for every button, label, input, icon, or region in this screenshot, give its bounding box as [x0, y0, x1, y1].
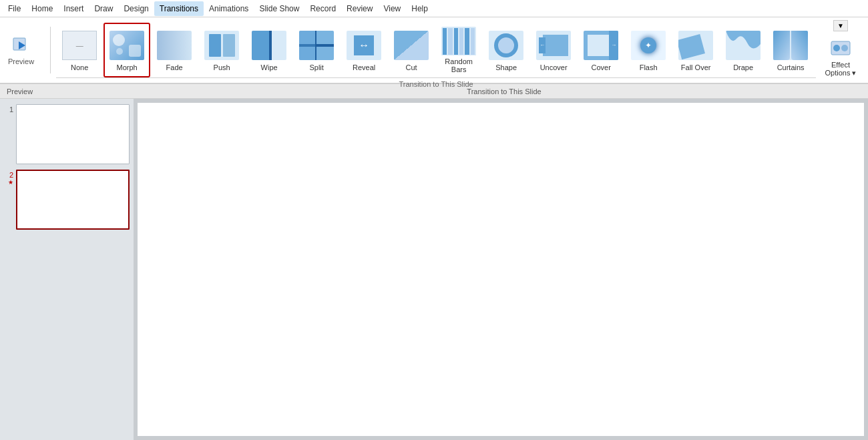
split-icon-area [298, 29, 335, 61]
transition-cut-label: Cut [406, 63, 417, 71]
menu-insert[interactable]: Insert [58, 1, 89, 16]
menu-help[interactable]: Help [406, 1, 433, 16]
ribbon-divider-1 [50, 27, 51, 73]
transition-random-bars[interactable]: Random Bars [435, 23, 482, 77]
transition-push[interactable]: Push [198, 23, 245, 77]
none-icon-area: — [61, 29, 98, 61]
push-icon-area [203, 29, 240, 61]
effect-options-icon [830, 39, 851, 61]
transition-morph-label: Morph [117, 63, 138, 71]
ribbon-right-controls: ▼ EffectOptions ▾ [817, 20, 864, 80]
slide-canvas [138, 103, 864, 436]
transition-cover[interactable]: → Cover [578, 23, 624, 77]
slide-star-2: ★ [8, 179, 13, 186]
transition-morph[interactable]: Morph [103, 23, 150, 77]
fall-over-icon-area [677, 29, 714, 61]
transition-push-label: Push [214, 63, 230, 71]
main-content: 1 2 ★ [0, 99, 868, 440]
curtains-icon-area [772, 29, 809, 61]
transition-wipe[interactable]: Wipe [246, 23, 292, 77]
transition-drape[interactable]: Drape [720, 23, 767, 77]
preview-icon [11, 35, 32, 56]
shape-icon-area [487, 29, 525, 61]
fade-icon-area [156, 29, 193, 61]
transition-wipe-label: Wipe [261, 63, 278, 71]
transition-curtains-label: Curtains [777, 63, 805, 71]
transition-flash-label: Flash [640, 63, 658, 71]
reveal-icon-area: ↔ [345, 29, 383, 61]
effect-options-label: EffectOptions ▾ [825, 61, 857, 77]
effect-options-button[interactable]: EffectOptions ▾ [817, 36, 864, 80]
slide-item-1[interactable]: 1 [4, 104, 130, 164]
wipe-icon-area [250, 29, 288, 61]
uncover-icon-area: ← [535, 29, 572, 61]
transition-cut[interactable]: Cut [388, 23, 435, 77]
transition-reveal[interactable]: ↔ Reveal [341, 23, 387, 77]
menu-file[interactable]: File [3, 1, 26, 16]
ribbon-scroll-down[interactable]: ▼ [833, 20, 848, 31]
transition-none[interactable]: — None [56, 23, 103, 77]
slide-panel: 1 2 ★ [0, 99, 134, 440]
transition-fall-over-label: Fall Over [681, 63, 711, 71]
menu-bar: File Home Insert Draw Design Transitions… [0, 0, 868, 17]
transition-cover-label: Cover [591, 63, 610, 71]
transition-drape-label: Drape [733, 63, 753, 71]
transition-shape-label: Shape [495, 63, 517, 71]
transition-split[interactable]: Split [293, 23, 340, 77]
slide-number-2: 2 [4, 170, 13, 179]
sub-header-preview-label: Preview [7, 87, 140, 95]
ribbon: Preview — None [0, 17, 868, 84]
slide-thumb-1[interactable] [16, 104, 130, 164]
menu-view[interactable]: View [378, 1, 406, 16]
preview-button[interactable]: Preview [4, 35, 38, 65]
transition-none-label: None [71, 63, 88, 71]
menu-design[interactable]: Design [118, 1, 154, 16]
cut-icon-area [393, 29, 430, 61]
morph-icon-area [108, 29, 146, 61]
transition-random-bars-label: Random Bars [438, 57, 479, 73]
svg-point-4 [841, 45, 848, 51]
menu-animations[interactable]: Animations [204, 1, 254, 16]
transition-fade-label: Fade [166, 63, 183, 71]
transition-curtains[interactable]: Curtains [767, 23, 814, 77]
slide-number-1: 1 [4, 104, 13, 114]
random-bars-icon-area [440, 27, 477, 55]
transition-fade[interactable]: Fade [151, 23, 198, 77]
slide-thumb-2[interactable] [16, 170, 130, 230]
flash-icon-area: ✦ [630, 29, 667, 61]
menu-slideshow[interactable]: Slide Show [254, 1, 304, 16]
transition-split-label: Split [309, 63, 323, 71]
sub-header-center-label: Transition to This Slide [140, 87, 868, 95]
transition-uncover-label: Uncover [540, 63, 568, 71]
slide-item-2[interactable]: 2 ★ [4, 170, 130, 230]
menu-home[interactable]: Home [26, 1, 58, 16]
menu-draw[interactable]: Draw [89, 1, 118, 16]
transition-flash[interactable]: ✦ Flash [625, 23, 672, 77]
menu-review[interactable]: Review [341, 1, 378, 16]
svg-point-3 [833, 45, 840, 51]
canvas-area [134, 99, 868, 440]
drape-icon-area [724, 29, 762, 61]
transition-shape[interactable]: Shape [483, 23, 529, 77]
transitions-list: — None Morph [56, 20, 816, 77]
transition-fall-over[interactable]: Fall Over [672, 23, 719, 77]
menu-transitions[interactable]: Transitions [154, 1, 204, 16]
cover-icon-area: → [582, 29, 620, 61]
menu-record[interactable]: Record [304, 1, 341, 16]
transition-uncover[interactable]: ← Uncover [530, 23, 577, 77]
transition-reveal-label: Reveal [353, 63, 375, 71]
preview-label: Preview [8, 57, 34, 65]
